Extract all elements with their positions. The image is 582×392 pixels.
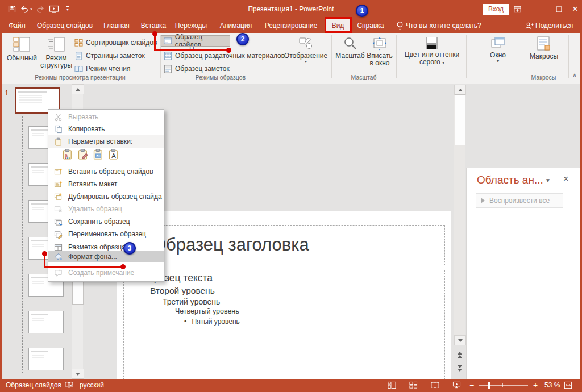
tab-animations[interactable]: Анимация <box>216 18 256 33</box>
thumbnail-scroll-up-button[interactable] <box>72 84 84 94</box>
annotation-dot <box>42 251 47 256</box>
master-title-text: Образец заголовка <box>152 235 309 255</box>
minimize-button[interactable]: — <box>529 0 548 18</box>
status-normal-view-button[interactable] <box>388 381 396 389</box>
play-all-label: Воспроизвести все <box>489 197 550 205</box>
handout-master-icon <box>164 52 172 60</box>
pane-dropdown-caret-icon[interactable]: ▼ <box>545 177 551 184</box>
normal-view-button[interactable]: Обычный <box>7 36 36 62</box>
title-bar: ▾ ▾ Презентация1 - PowerPoint Вход — × <box>0 0 582 18</box>
fit-to-window-button[interactable]: Вписать в окно <box>365 36 394 67</box>
fit-to-window-icon <box>372 36 387 51</box>
tab-file[interactable]: Файл <box>5 18 30 33</box>
tell-me-box[interactable]: Что вы хотите сделать? <box>406 18 491 33</box>
sign-in-button[interactable]: Вход <box>483 4 509 15</box>
window-caret-icon: ▾ <box>482 59 514 64</box>
paste-picture-icon <box>93 148 104 160</box>
fit-slide-button[interactable] <box>564 381 572 389</box>
bullet-marker: • <box>184 318 186 326</box>
maximize-button[interactable] <box>549 0 568 18</box>
bullet-level-2: Второй уровень <box>150 286 215 296</box>
thumbnail-scroll-down-button[interactable] <box>72 369 84 379</box>
menu-item-paste-options: Параметры вставки: <box>48 135 164 148</box>
menu-item-format-background[interactable]: Формат фона... <box>48 251 164 262</box>
zoom-slider-track[interactable] <box>479 385 528 386</box>
notes-master-icon <box>164 65 172 73</box>
menu-item-delete-master: Удалить образец <box>48 203 164 215</box>
tab-transitions[interactable]: Переходы <box>172 18 210 33</box>
copy-icon <box>53 125 63 134</box>
zoom-out-button[interactable]: − <box>469 381 474 390</box>
menu-item-preserve-master-label: Сохранить образец <box>68 218 130 226</box>
tab-review[interactable]: Рецензирование <box>261 18 321 33</box>
menu-item-duplicate-master[interactable]: Дублировать образец слайда <box>48 190 164 203</box>
outline-view-button[interactable]: Режим структуры <box>39 36 74 69</box>
zoom-slider-thumb[interactable] <box>488 382 490 389</box>
color-grayscale-button[interactable]: Цвет или оттенки серого ▾ <box>400 36 464 66</box>
zoom-button[interactable]: Масштаб <box>335 36 365 60</box>
main-scroll-down-button[interactable] <box>454 335 466 345</box>
zoom-percentage[interactable]: 53 % <box>544 381 560 389</box>
paste-option-keep-source[interactable]: a <box>61 147 74 161</box>
tab-insert[interactable]: Вставка <box>139 18 168 33</box>
paste-option-keep-text[interactable]: A <box>107 147 120 161</box>
handout-master-button[interactable]: Образец раздаточных материалов <box>164 51 285 61</box>
menu-item-duplicate-master-label: Дублировать образец слайда <box>68 193 162 201</box>
rename-master-icon <box>53 230 63 239</box>
window-dropdown-button[interactable]: Окно ▾ <box>482 36 514 64</box>
reading-view-button[interactable]: Режим чтения <box>74 64 130 74</box>
menu-item-rename-master[interactable]: Переименовать образец <box>48 228 164 240</box>
paste-icon <box>53 137 63 146</box>
slide-master-button[interactable]: Образец слайдов <box>161 36 230 46</box>
menu-item-rename-master-label: Переименовать образец <box>68 230 146 238</box>
next-slide-button[interactable] <box>454 362 465 374</box>
main-scroll-up-button[interactable] <box>454 85 466 95</box>
window-frame-left <box>0 33 2 379</box>
maximize-icon <box>556 6 562 12</box>
outline-view-label: Режим структуры <box>39 55 74 69</box>
menu-item-copy[interactable]: Копировать <box>48 123 164 135</box>
close-button[interactable]: × <box>568 0 582 18</box>
status-reading-view-button[interactable] <box>431 381 439 389</box>
main-scrollbar-thumb[interactable] <box>455 94 465 145</box>
paste-option-use-theme[interactable] <box>76 147 90 161</box>
spellcheck-icon[interactable] <box>65 381 73 389</box>
menu-item-insert-layout[interactable]: Вставить макет <box>48 178 164 190</box>
preserve-master-icon <box>53 218 63 226</box>
status-language[interactable]: русский <box>80 381 104 389</box>
notes-master-button[interactable]: Образец заметок <box>164 64 230 74</box>
status-bar: Образец слайдов русский − + 53 % <box>0 379 582 392</box>
menu-item-preserve-master[interactable]: Сохранить образец <box>48 215 164 228</box>
notes-page-icon <box>74 52 83 60</box>
menu-item-insert-slide-master[interactable]: Вставить образец слайдов <box>48 165 164 178</box>
macros-button[interactable]: Макросы <box>526 36 562 60</box>
status-slideshow-button[interactable] <box>452 381 461 389</box>
powerpoint-window: ▾ ▾ Презентация1 - PowerPoint Вход — × Ф… <box>0 0 582 392</box>
tab-home[interactable]: Главная <box>100 18 133 33</box>
paste-option-picture[interactable] <box>92 147 105 161</box>
annotation-dot <box>152 31 157 36</box>
collapse-ribbon-button[interactable]: ∧ <box>569 72 580 79</box>
annotation-line-horizontal-format <box>44 266 123 268</box>
play-all-button[interactable]: Воспроизвести все <box>476 193 563 208</box>
layout-thumbnail[interactable] <box>28 348 64 370</box>
display-dropdown-button[interactable]: Отображение ▾ <box>283 36 329 64</box>
tab-help[interactable]: Справка <box>355 18 386 33</box>
ribbon-display-options-button[interactable] <box>508 0 527 18</box>
previous-slide-button[interactable] <box>454 349 465 360</box>
slide-canvas: Образец заголовка Образец текста Второй … <box>117 211 451 392</box>
pane-close-icon[interactable]: × <box>563 174 568 184</box>
status-slide-sorter-button[interactable] <box>409 381 418 389</box>
title-placeholder[interactable]: Образец заголовка <box>123 225 445 265</box>
share-button[interactable]: Поделиться <box>535 18 576 33</box>
step-badge-3: 3 <box>123 242 136 255</box>
macros-group-label: Макросы <box>519 74 568 81</box>
layout-thumbnail[interactable] <box>28 311 64 333</box>
slide-sorter-icon <box>74 39 83 47</box>
notes-page-button[interactable]: Страницы заметок <box>74 51 145 61</box>
tab-slide-master[interactable]: Образец слайдов <box>34 18 95 33</box>
body-placeholder[interactable]: Образец текста Второй уровень Третий уро… <box>123 270 445 392</box>
slide-sorter-button[interactable]: Сортировщик слайдов <box>74 37 157 48</box>
zoom-in-button[interactable]: + <box>533 381 538 390</box>
slide-master-label: Образец слайдов <box>175 33 230 49</box>
